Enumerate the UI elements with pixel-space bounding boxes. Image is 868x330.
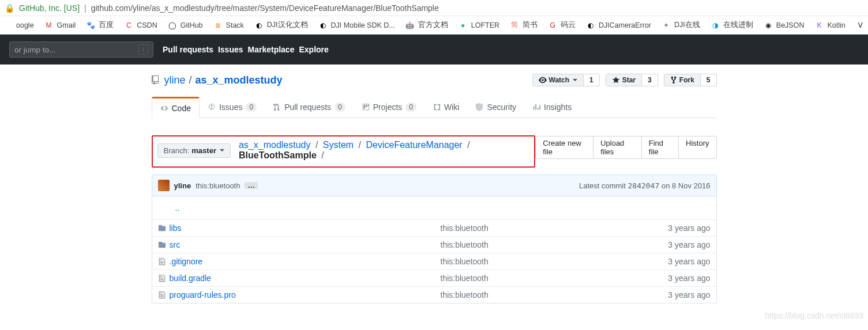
bookmark-label: 百度 xyxy=(99,20,114,30)
up-directory-row[interactable]: .. xyxy=(152,196,716,219)
file-commit-msg[interactable]: this:bluetooth xyxy=(441,290,630,299)
fork-count[interactable]: 5 xyxy=(701,74,717,86)
bookmark-icon: ● xyxy=(459,21,468,30)
file-row: proguard-rules.prothis:bluetooth3 years … xyxy=(152,286,716,303)
ellipsis-button[interactable]: … xyxy=(245,182,258,189)
fork-button[interactable]: Fork xyxy=(664,74,701,86)
shield-icon xyxy=(475,103,483,111)
latest-commit-label: Latest commit xyxy=(579,181,626,190)
breadcrumb-link[interactable]: as_x_modlestudy xyxy=(239,140,311,150)
bookmark-item[interactable]: MGmail xyxy=(44,21,76,30)
issue-icon xyxy=(208,103,216,111)
highlighted-region: Branch: master as_x_modlestudy / System … xyxy=(152,135,536,168)
top-nav-link[interactable]: Marketplace xyxy=(248,45,295,54)
bookmark-icon: ◑ xyxy=(711,21,720,30)
repo-action-buttons: Watch 1 Star 3 Fork 5 xyxy=(532,74,717,86)
bookmark-item[interactable]: 🤖官方文档 xyxy=(405,20,448,30)
bookmark-item[interactable]: 🐾百度 xyxy=(86,20,114,30)
file-commit-msg[interactable]: this:bluetooth xyxy=(441,257,630,266)
star-button[interactable]: Star xyxy=(606,74,642,86)
bookmark-label: DJI汉化文档 xyxy=(267,20,308,30)
bookmark-item[interactable]: ≣Stack xyxy=(213,21,244,30)
fork-button-group: Fork 5 xyxy=(664,74,717,86)
bookmark-label: LOFTER xyxy=(471,21,499,29)
commit-message[interactable]: this:bluetooth xyxy=(196,181,240,190)
bookmark-item[interactable]: ●LOFTER xyxy=(459,21,499,30)
bookmark-label: 码云 xyxy=(561,20,576,30)
file-name-link[interactable]: .gitignore xyxy=(170,257,203,266)
tab-projects[interactable]: Projects0 xyxy=(354,97,424,117)
browser-address-bar[interactable]: 🔒 GitHub, Inc. [US] | github.com/yline/a… xyxy=(0,0,868,16)
slash-key-icon: / xyxy=(138,44,148,55)
breadcrumb-link[interactable]: System xyxy=(323,140,354,150)
tab-wiki[interactable]: Wiki xyxy=(424,97,467,117)
breadcrumb-sep: / xyxy=(356,140,363,150)
branch-select[interactable]: Branch: master xyxy=(157,143,231,158)
repo-owner-link[interactable]: yline xyxy=(164,74,186,86)
tab-issues[interactable]: Issues0 xyxy=(200,97,265,117)
create-new-file-button[interactable]: Create new file xyxy=(535,136,593,159)
upload-files-button[interactable]: Upload files xyxy=(593,136,642,159)
file-commit-msg[interactable]: this:bluetooth xyxy=(441,223,630,233)
file-name-link[interactable]: src xyxy=(170,240,181,249)
file-commit-msg[interactable]: this:bluetooth xyxy=(441,240,630,249)
bookmark-item[interactable]: ✦DJI在线 xyxy=(662,20,700,30)
star-button-group: Star 3 xyxy=(606,74,658,86)
bookmark-item[interactable]: 简简书 xyxy=(510,20,538,30)
file-name-link[interactable]: libs xyxy=(170,223,182,233)
tab-count: 0 xyxy=(405,103,416,112)
file-name-link[interactable]: build.gradle xyxy=(170,274,211,283)
tab-pull-requests[interactable]: Pull requests0 xyxy=(265,97,354,117)
bookmark-item[interactable]: CCSDN xyxy=(124,21,157,30)
bookmark-item[interactable]: KKotlin xyxy=(814,21,845,30)
breadcrumb-sep: / xyxy=(319,150,324,160)
bookmark-icon: ✦ xyxy=(662,21,671,30)
bookmarks-bar: oogleMGmail🐾百度CCSDN◯GitHub≣Stack◐DJI汉化文档… xyxy=(0,16,868,35)
commit-sha[interactable]: 2842047 xyxy=(627,181,659,190)
tab-label: Issues xyxy=(219,103,242,112)
address-separator: | xyxy=(84,3,87,13)
bookmark-item[interactable]: ◐DJI汉化文档 xyxy=(254,20,308,30)
watch-count[interactable]: 1 xyxy=(584,74,600,86)
watch-button[interactable]: Watch xyxy=(532,74,584,86)
bookmark-item[interactable]: G码云 xyxy=(548,20,576,30)
history-button[interactable]: History xyxy=(679,136,716,159)
graph-icon xyxy=(532,103,540,111)
file-row: srcthis:bluetooth3 years ago xyxy=(152,236,716,253)
tab-code[interactable]: Code xyxy=(152,97,200,118)
find-file-button[interactable]: Find file xyxy=(642,136,679,159)
file-commit-msg[interactable]: this:bluetooth xyxy=(441,274,630,283)
top-nav-link[interactable]: Explore xyxy=(299,45,328,54)
branch-prefix: Branch: xyxy=(164,146,190,155)
bookmark-item[interactable]: ◐DJICameraError xyxy=(586,21,651,30)
bookmark-item[interactable]: ◯GitHub xyxy=(168,21,203,30)
bookmark-item[interactable]: ◉BeJSON xyxy=(764,21,805,30)
star-count[interactable]: 3 xyxy=(642,74,658,86)
top-nav-links: Pull requestsIssuesMarketplaceExplore xyxy=(163,45,333,54)
bookmark-item[interactable]: ◐DJI Mobile SDK D... xyxy=(318,21,395,30)
branch-name: master xyxy=(191,146,216,155)
commit-tease: yline this:bluetooth … Latest commit 284… xyxy=(152,175,717,196)
search-input-wrap[interactable]: / xyxy=(9,41,153,58)
bookmark-icon: G xyxy=(548,21,557,30)
top-nav-link[interactable]: Pull requests xyxy=(163,45,213,54)
repo-name-link[interactable]: as_x_modlestudy xyxy=(196,74,283,86)
github-top-nav: / Pull requestsIssuesMarketplaceExplore xyxy=(0,35,868,65)
bookmark-icon: C xyxy=(124,21,133,30)
up-directory-link[interactable]: .. xyxy=(158,200,197,216)
tab-insights[interactable]: Insights xyxy=(524,97,580,117)
bookmark-item[interactable]: ◑在线进制 xyxy=(711,20,753,30)
eye-icon xyxy=(539,76,547,84)
search-input[interactable] xyxy=(14,45,138,54)
fork-icon xyxy=(670,76,677,84)
breadcrumb-link[interactable]: DeviceFeatureManager xyxy=(366,140,463,150)
tab-security[interactable]: Security xyxy=(467,97,524,117)
top-nav-link[interactable]: Issues xyxy=(218,45,243,54)
commit-author[interactable]: yline xyxy=(174,181,191,190)
file-name-link[interactable]: proguard-rules.pro xyxy=(170,290,236,299)
bookmark-item[interactable]: oogle xyxy=(3,21,34,30)
bookmark-item[interactable]: VVOGUE xyxy=(856,21,868,30)
bookmark-icon: 🐾 xyxy=(86,21,95,30)
tab-label: Projects xyxy=(373,103,403,112)
avatar[interactable] xyxy=(158,180,170,191)
